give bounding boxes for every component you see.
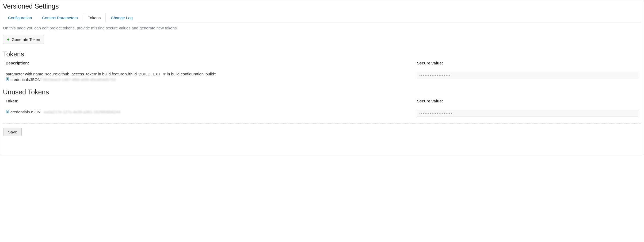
unused-token-credential-row: credentialsJSON ea0a217e-127c-4e39-a381-… [6, 110, 417, 114]
save-button[interactable]: Save [3, 128, 22, 136]
copy-icon[interactable] [6, 110, 9, 114]
tab-configuration[interactable]: Configuration [3, 13, 37, 22]
page-intro: On this page you can edit project tokens… [3, 26, 641, 30]
token-cred-label: credentialsJSON: [10, 77, 42, 82]
unused-token-cred-hash: ea0a217e-127c-4e39-a381-1629806b6244 [44, 110, 120, 114]
token-secure-value-input[interactable] [417, 72, 638, 79]
plus-icon: + [7, 37, 9, 42]
svg-rect-0 [6, 78, 9, 81]
unused-headers: Token: Secure value: [3, 99, 641, 107]
unused-token-row: credentialsJSON ea0a217e-127c-4e39-a381-… [3, 110, 641, 117]
tokens-header-secure: Secure value: [417, 61, 638, 65]
versioned-settings-panel: Versioned Settings Configuration Context… [0, 0, 644, 155]
token-row: parameter with name 'secure:github_acces… [3, 72, 641, 82]
unused-tokens-section-title: Unused Tokens [3, 88, 641, 96]
tokens-headers: Description: Secure value: [3, 61, 641, 70]
token-cred-hash: 0623eac3-1487-4fbb-a5f6-d5caf04d5753 [43, 77, 116, 82]
svg-rect-5 [6, 110, 9, 113]
generate-token-button[interactable]: + Generate Token [3, 35, 44, 44]
page-title: Versioned Settings [3, 2, 641, 10]
generate-token-label: Generate Token [12, 37, 40, 42]
divider [3, 123, 641, 124]
token-credential-row: credentialsJSON: 0623eac3-1487-4fbb-a5f6… [6, 77, 417, 82]
unused-token-cred-label: credentialsJSON [10, 110, 41, 114]
tab-change-log[interactable]: Change Log [106, 13, 138, 22]
copy-icon[interactable] [6, 78, 9, 82]
unused-header-secure: Secure value: [417, 99, 638, 103]
token-description: parameter with name 'secure:github_acces… [6, 72, 417, 76]
tabs-bar: Configuration Context Parameters Tokens … [3, 13, 641, 22]
tab-context-parameters[interactable]: Context Parameters [37, 13, 83, 22]
tokens-header-description: Description: [6, 61, 417, 65]
tab-tokens[interactable]: Tokens [83, 13, 106, 22]
tokens-section-title: Tokens [3, 50, 641, 58]
unused-token-secure-value-input[interactable] [417, 110, 638, 117]
unused-header-token: Token: [6, 99, 417, 103]
